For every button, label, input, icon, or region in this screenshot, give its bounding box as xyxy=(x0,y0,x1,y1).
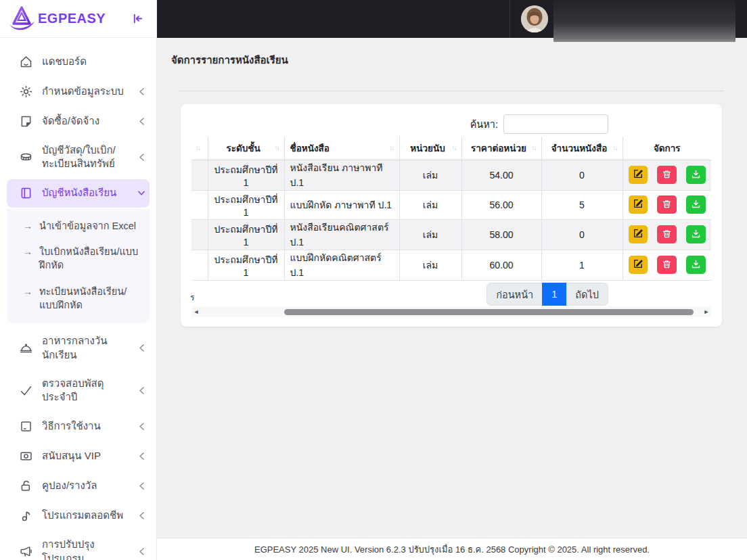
column-header-grade-level[interactable]: ระดับชั้น↑↓ xyxy=(208,137,284,160)
submenu-item-import-excel[interactable]: → นำเข้าข้อมูลจาก Excel xyxy=(7,213,150,239)
sidebar-item-student-lunch[interactable]: อาหารกลางวันนักเรียน xyxy=(7,327,150,369)
sidebar-item-support-vip[interactable]: สนับสนุน VIP xyxy=(7,442,150,470)
quantity-cell: 0 xyxy=(541,219,622,250)
submenu-item-label: ใบเบิกหนังสือเรียน/แบบฝึกหัด xyxy=(39,245,144,273)
pagination-next-button[interactable]: ถัดไป xyxy=(566,283,608,306)
main-column: จัดการรายการหนังสือเรียน ค้นหา: xyxy=(157,0,747,560)
drum-icon xyxy=(18,149,33,164)
chevron-down-icon xyxy=(137,190,145,196)
unit-cell: เล่ม xyxy=(399,219,461,250)
index-cell xyxy=(191,190,208,219)
music-note-icon xyxy=(18,508,33,523)
arrow-right-icon: → xyxy=(23,246,32,259)
scrollbar-thumb[interactable] xyxy=(284,309,694,315)
edit-button[interactable] xyxy=(629,256,648,274)
chevron-left-icon xyxy=(137,386,145,395)
check-icon xyxy=(18,383,33,398)
download-button[interactable] xyxy=(686,256,706,274)
table-row: ประถมศึกษาปีที่ 1 แบบฝึกหัดคณิตศาสตร์ ป.… xyxy=(191,250,711,280)
chevron-left-icon xyxy=(137,482,145,490)
price-cell: 56.00 xyxy=(461,190,541,219)
table-row: ประถมศึกษาปีที่ 1 แบบฝึกหัด ภาษาพาที ป.1… xyxy=(191,190,711,219)
table-row: ประถมศึกษาปีที่ 1 หนังสือเรียน ภาษาพาที … xyxy=(191,160,711,190)
sidebar-item-materials-ledger[interactable]: บัญชีวัสดุ/ใบเบิก/ทะเบียนสินทรัพย์ xyxy=(7,137,150,178)
submenu-item-label: ทะเบียนหนังสือเรียน/แบบฝึกหัด xyxy=(39,285,144,312)
textbook-table: ↑↓ ระดับชั้น↑↓ ชื่อหนังสือ↑↓ หน่วยนับ↑↓ xyxy=(191,137,711,281)
column-header-quantity[interactable]: จำนวนหนังสือ↑↓ xyxy=(541,137,622,160)
chevron-left-icon xyxy=(137,344,145,352)
collapse-sidebar-button[interactable] xyxy=(129,11,145,27)
submenu-item-label: นำเข้าข้อมูลจาก Excel xyxy=(39,219,136,233)
column-header-unit[interactable]: หน่วยนับ↑↓ xyxy=(399,137,461,160)
price-cell: 60.00 xyxy=(461,250,541,280)
sidebar-item-dashboard[interactable]: แดชบอร์ด xyxy=(7,47,150,76)
sidebar-item-coupons-rewards[interactable]: คูปอง/รางวัล xyxy=(7,471,150,500)
footer: EGPEASY 2025 New UI. Version 6.2.3 ปรับป… xyxy=(157,538,747,560)
download-button[interactable] xyxy=(686,195,706,214)
submenu-item-textbook-requisition[interactable]: → ใบเบิกหนังสือเรียน/แบบฝึกหัด xyxy=(7,239,150,279)
textbook-table-card: ค้นหา: ↑↓ xyxy=(181,104,722,327)
delete-button[interactable] xyxy=(657,256,677,274)
sidebar-item-procurement[interactable]: จัดซื้อ/จัดจ้าง xyxy=(7,107,150,135)
horizontal-scrollbar[interactable]: ◄ ► xyxy=(191,306,711,317)
edit-button[interactable] xyxy=(629,225,648,243)
chevron-left-icon xyxy=(137,153,145,162)
food-cloche-icon xyxy=(18,341,33,356)
sidebar-item-textbook-ledger[interactable]: บัญชีหนังสือเรียน xyxy=(7,179,150,208)
sidebar: EGPEASY แดชบอร์ด กำหนดข้อมูลระบบ xyxy=(0,0,157,560)
unit-cell: เล่ม xyxy=(399,250,461,280)
unit-cell: เล่ม xyxy=(399,190,461,219)
column-header-book-name[interactable]: ชื่อหนังสือ↑↓ xyxy=(284,137,399,160)
submenu-item-textbook-register[interactable]: → ทะเบียนหนังสือเรียน/แบบฝึกหัด xyxy=(7,279,150,319)
user-name-redacted xyxy=(553,0,735,42)
actions-cell xyxy=(622,190,711,219)
edit-button[interactable] xyxy=(629,166,648,184)
download-icon xyxy=(691,259,701,271)
topbar-divider xyxy=(510,0,510,38)
sidebar-item-label: สนับสนุน VIP xyxy=(42,449,129,463)
sidebar-item-lifetime-program[interactable]: โปรแกรมตลอดชีพ xyxy=(7,501,150,530)
chevron-left-icon xyxy=(137,547,145,556)
page-title: จัดการรายการหนังสือเรียน xyxy=(171,52,288,68)
column-header-index[interactable]: ↑↓ xyxy=(191,137,208,160)
sidebar-item-label: วิธีการใช้งาน xyxy=(42,419,129,433)
actions-cell xyxy=(622,160,711,190)
arrow-right-icon: → xyxy=(23,220,32,233)
sort-icon: ↑↓ xyxy=(452,144,457,151)
edit-button[interactable] xyxy=(629,195,648,214)
download-button[interactable] xyxy=(686,225,706,243)
book-name-cell: แบบฝึกหัดคณิตศาสตร์ ป.1 xyxy=(284,250,399,280)
table-info-clipped: ร xyxy=(190,291,194,304)
edit-pencil-icon xyxy=(633,198,643,211)
book-name-cell: แบบฝึกหัด ภาษาพาที ป.1 xyxy=(284,190,399,219)
delete-button[interactable] xyxy=(657,166,677,184)
scroll-left-arrow-icon[interactable]: ◄ xyxy=(191,306,201,317)
column-header-unit-price[interactable]: ราคาต่อหน่วย↑↓ xyxy=(461,137,541,160)
scroll-right-arrow-icon[interactable]: ► xyxy=(702,306,711,317)
footer-text: EGPEASY 2025 New UI. Version 6.2.3 ปรับป… xyxy=(254,542,650,557)
pagination-previous-button[interactable]: ก่อนหน้า xyxy=(486,283,542,306)
sidebar-item-system-settings[interactable]: กำหนดข้อมูลระบบ xyxy=(7,77,150,106)
pagination: ก่อนหน้า 1 ถัดไป xyxy=(486,283,608,306)
grade-cell: ประถมศึกษาปีที่ 1 xyxy=(208,250,284,280)
sidebar-item-label: ตรวจสอบพัสดุประจำปี xyxy=(42,377,129,404)
home-icon xyxy=(18,54,33,69)
sort-icon: ↑↓ xyxy=(613,144,618,151)
cash-icon xyxy=(18,448,33,463)
index-cell xyxy=(191,160,208,190)
sidebar-item-annual-inventory-check[interactable]: ตรวจสอบพัสดุประจำปี xyxy=(7,370,150,411)
sidebar-item-how-to-use[interactable]: วิธีการใช้งาน xyxy=(7,412,150,440)
title-divider xyxy=(179,91,724,91)
pagination-page-1-button[interactable]: 1 xyxy=(542,283,566,306)
price-cell: 54.00 xyxy=(461,160,541,190)
sidebar-item-program-updates[interactable]: การปรับปรุงโปรแกรม xyxy=(7,531,150,560)
content-area: จัดการรายการหนังสือเรียน ค้นหา: xyxy=(157,38,747,538)
user-avatar[interactable] xyxy=(521,5,548,32)
chevron-left-icon xyxy=(137,87,145,96)
search-input[interactable] xyxy=(503,114,608,134)
download-button[interactable] xyxy=(686,166,706,184)
delete-button[interactable] xyxy=(657,195,677,214)
lock-open-icon xyxy=(18,478,33,493)
index-cell xyxy=(191,219,208,250)
delete-button[interactable] xyxy=(657,225,677,243)
